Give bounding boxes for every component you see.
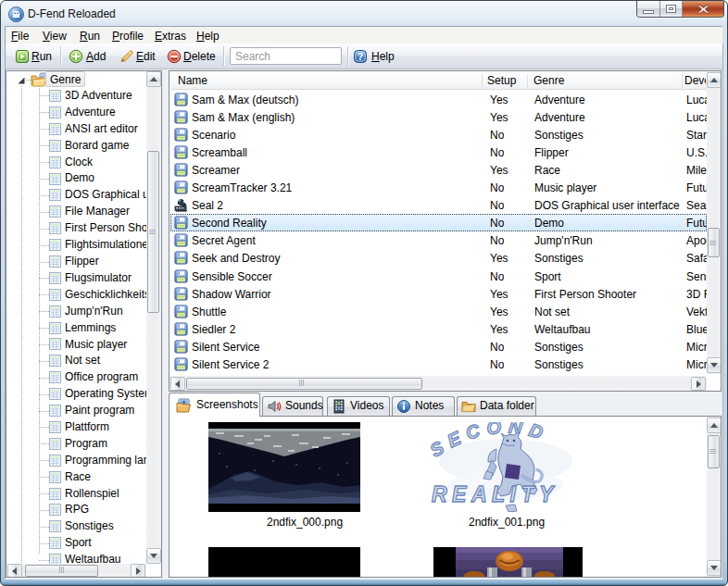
svg-text:?: ? <box>358 51 363 62</box>
svg-text:REALITY: REALITY <box>432 482 559 506</box>
